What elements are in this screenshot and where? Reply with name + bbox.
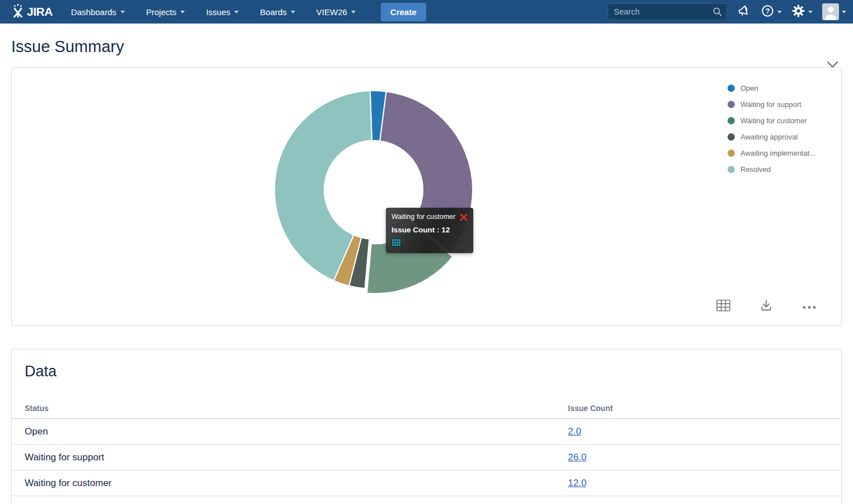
legend-dot: [728, 117, 735, 124]
nav-item-view26[interactable]: VIEW26: [306, 0, 366, 24]
column-header-issue-count: Issue Count: [568, 404, 841, 413]
chevron-down-icon: [842, 11, 846, 13]
chart-tooltip: Waiting for customer Issue Count : 12: [386, 208, 473, 253]
profile-menu-button[interactable]: [822, 3, 846, 20]
create-button[interactable]: Create: [381, 3, 426, 21]
status-cell: Waiting for customer: [25, 478, 568, 489]
legend-item-resolved[interactable]: Resolved: [728, 161, 827, 178]
legend-label: Awaiting implementat...: [740, 149, 815, 157]
table-row: Open 2.0: [12, 419, 841, 445]
table-row: Waiting for customer 12.0: [12, 470, 841, 496]
column-header-status: Status: [25, 404, 568, 413]
jira-logo-icon: [11, 3, 25, 20]
legend-item-open[interactable]: Open: [728, 80, 827, 96]
issue-summary-chart-panel: Open Waiting for support Waiting for cus…: [11, 67, 842, 326]
announcements-button[interactable]: [737, 3, 751, 20]
page-header: Issue Summary: [0, 24, 853, 67]
table-view-icon[interactable]: [716, 300, 730, 314]
jira-logo[interactable]: JIRA: [11, 3, 53, 20]
nav-item-issues[interactable]: Issues: [195, 0, 249, 24]
nav-item-dashboards[interactable]: Dashboards: [60, 0, 136, 24]
legend-label: Resolved: [740, 165, 771, 174]
nav-item-label: Issues: [206, 7, 230, 17]
nav-item-label: Boards: [260, 7, 287, 17]
legend-dot: [728, 150, 735, 157]
tooltip-close-icon[interactable]: [460, 213, 468, 223]
megaphone-icon: [737, 3, 751, 20]
legend-item-waiting-for-support[interactable]: Waiting for support: [728, 96, 827, 113]
status-cell: Open: [25, 426, 568, 437]
legend-item-waiting-for-customer[interactable]: Waiting for customer: [728, 113, 827, 129]
tooltip-issue-count: Issue Count : 12: [391, 226, 468, 234]
chevron-down-icon: [234, 11, 239, 13]
status-cell: Waiting for support: [25, 452, 568, 463]
legend-label: Waiting for customer: [740, 116, 807, 125]
chevron-down-icon: [351, 11, 356, 13]
table-header-row: Status Issue Count: [12, 398, 841, 419]
top-navbar: JIRA Dashboards Projects Issues Boards V…: [0, 0, 853, 24]
search-input[interactable]: [608, 3, 727, 20]
table-row: Waiting for support 26.0: [12, 445, 841, 470]
legend-item-awaiting-approval[interactable]: Awaiting approval: [728, 129, 827, 145]
nav-item-label: Projects: [146, 7, 176, 17]
download-icon[interactable]: [759, 299, 773, 314]
legend-label: Open: [740, 84, 758, 92]
tooltip-title: Waiting for customer: [391, 213, 455, 221]
chevron-down-icon: [120, 11, 125, 13]
legend-dot: [728, 101, 735, 108]
avatar: [822, 3, 839, 20]
nav-item-label: VIEW26: [316, 7, 347, 17]
gear-icon: [791, 4, 805, 20]
issue-count-link[interactable]: 12.0: [568, 478, 841, 489]
legend-label: Awaiting approval: [740, 133, 798, 141]
help-icon: ?: [761, 4, 775, 20]
legend-dot: [728, 166, 735, 173]
chevron-down-icon: [808, 11, 813, 13]
ellipsis-icon[interactable]: [802, 302, 817, 312]
legend-label: Waiting for support: [740, 100, 801, 109]
chevron-down-icon: [180, 11, 185, 13]
nav-item-projects[interactable]: Projects: [136, 0, 195, 24]
page-title: Issue Summary: [11, 38, 842, 56]
chart-actions: [716, 299, 817, 314]
data-panel-title: Data: [25, 363, 841, 380]
nav-item-label: Dashboards: [71, 7, 116, 17]
chart-legend: Open Waiting for support Waiting for cus…: [728, 80, 827, 178]
data-panel: Data Status Issue Count Open 2.0 Waiting…: [11, 349, 842, 504]
jira-logo-text: JIRA: [27, 5, 53, 18]
chevron-down-icon: [291, 11, 295, 13]
issue-count-link[interactable]: 2.0: [568, 426, 841, 437]
legend-item-awaiting-implementation[interactable]: Awaiting implementat...: [728, 145, 827, 161]
issue-count-link[interactable]: 26.0: [568, 452, 841, 463]
help-menu-button[interactable]: ?: [761, 4, 782, 20]
legend-dot: [728, 85, 735, 92]
data-table: Status Issue Count Open 2.0 Waiting for …: [12, 398, 841, 496]
settings-menu-button[interactable]: [791, 4, 813, 20]
donut-chart[interactable]: [256, 72, 491, 307]
tooltip-table-icon[interactable]: [391, 239, 468, 249]
svg-text:?: ?: [766, 7, 770, 15]
search-icon[interactable]: [712, 7, 723, 19]
legend-dot: [728, 133, 735, 141]
nav-item-boards[interactable]: Boards: [249, 0, 306, 24]
chevron-down-icon: [777, 11, 782, 13]
